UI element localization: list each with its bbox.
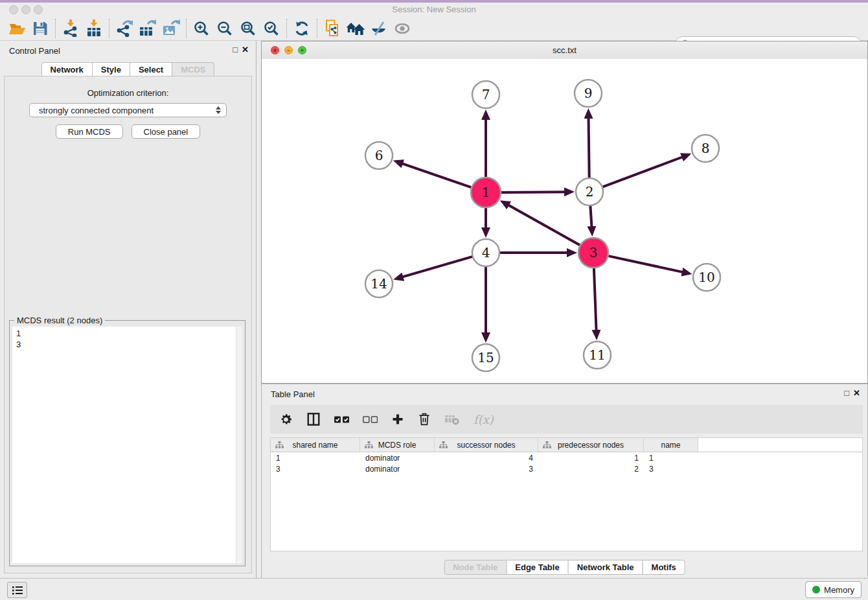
table-row[interactable]: 3 dominator 3 2 3	[271, 463, 862, 474]
graph-edge-3-10[interactable]	[609, 256, 683, 272]
float-table-panel-icon[interactable]: □	[844, 389, 849, 398]
table-panel: Table Panel □ ✕	[261, 384, 868, 579]
import-network-button[interactable]	[59, 18, 82, 39]
tab-motifs[interactable]: Motifs	[643, 560, 685, 575]
cell-predecessor-nodes[interactable]: 1	[538, 454, 644, 463]
memory-button[interactable]: Memory	[805, 581, 862, 598]
cell-mcds-role[interactable]: dominator	[360, 454, 435, 463]
export-image-icon	[162, 19, 180, 37]
criterion-select[interactable]: strongly connected component	[29, 103, 227, 117]
cell-mcds-role[interactable]: dominator	[360, 465, 435, 474]
column-header-predecessor-nodes[interactable]: predecessor nodes	[538, 438, 644, 452]
cell-name[interactable]: 1	[644, 454, 698, 463]
mcds-result-lines: 13	[16, 328, 21, 350]
show-panels-button[interactable]	[7, 582, 27, 598]
select-all-checks-button[interactable]	[334, 411, 349, 428]
hide-graphics-button[interactable]	[367, 18, 391, 39]
control-panel-tabs: Network Style Select MCDS	[0, 62, 256, 77]
run-mcds-button[interactable]: Run MCDS	[56, 124, 123, 139]
network-canvas[interactable]: 7968124314101511	[262, 59, 867, 383]
window-zoom-button[interactable]	[34, 5, 43, 14]
network-graph[interactable]: 7968124314101511	[262, 59, 867, 383]
graph-node-label-14: 14	[371, 276, 387, 292]
graph-edge-3-11[interactable]	[594, 268, 597, 331]
tab-network-table[interactable]: Network Table	[568, 560, 643, 575]
cell-successor-nodes[interactable]: 3	[435, 465, 538, 474]
import-table-button[interactable]	[82, 18, 106, 39]
network-window-titlebar[interactable]: × − + scc.txt	[262, 41, 867, 60]
graph-node-label-8: 8	[702, 141, 710, 156]
zoom-selected-button[interactable]	[260, 18, 283, 39]
mcds-result-title: MCDS result (2 nodes)	[14, 316, 105, 325]
close-table-panel-icon[interactable]: ✕	[853, 389, 860, 398]
network-maximize-button[interactable]: +	[298, 46, 306, 54]
column-settings-button[interactable]	[279, 411, 293, 428]
toolbar-separator	[286, 19, 287, 38]
memory-status-icon	[812, 586, 820, 594]
graph-edge-4-14[interactable]	[402, 257, 472, 277]
control-panel: Control Panel □ ✕ Network Style Select M…	[0, 41, 257, 579]
tab-node-table[interactable]: Node Table	[444, 560, 507, 575]
column-header-mcds-role[interactable]: MCDS role	[360, 438, 435, 452]
graph-edge-1-6[interactable]	[402, 163, 471, 187]
clone-network-button[interactable]	[321, 18, 344, 39]
delete-table-button[interactable]	[444, 411, 460, 428]
export-image-button[interactable]	[159, 18, 183, 39]
open-session-button[interactable]	[5, 18, 29, 39]
cell-name[interactable]: 3	[644, 465, 698, 474]
network-minimize-button[interactable]: −	[284, 46, 293, 54]
cell-shared-name[interactable]: 1	[271, 454, 360, 463]
network-close-button[interactable]: ×	[271, 46, 279, 54]
apply-function-button[interactable]: f(x)	[474, 411, 494, 428]
mcds-buttons-row: Run MCDS Close panel	[5, 124, 251, 139]
column-header-shared-name[interactable]: shared name	[271, 438, 360, 452]
export-table-button[interactable]	[136, 18, 159, 39]
graph-edge-3-1[interactable]	[508, 205, 580, 245]
node-table: shared name MCDS role successor nodes pr…	[270, 437, 863, 551]
zoom-in-button[interactable]	[190, 18, 213, 39]
close-panel-icon[interactable]: ✕	[242, 45, 249, 54]
gear-icon	[279, 413, 293, 426]
add-column-button[interactable]	[391, 411, 404, 428]
table-toolbar: f(x)	[270, 405, 863, 433]
export-network-button[interactable]	[113, 18, 136, 39]
mcds-result-textarea[interactable]: 13	[12, 327, 242, 563]
refresh-layout-button[interactable]	[290, 18, 314, 39]
tab-edge-table[interactable]: Edge Table	[506, 560, 568, 575]
first-neighbors-button[interactable]	[344, 18, 367, 39]
close-panel-button[interactable]: Close panel	[131, 124, 201, 139]
show-graphics-button[interactable]	[391, 18, 414, 39]
graph-edge-2-8[interactable]	[603, 157, 683, 187]
graph-node-label-15: 15	[477, 350, 494, 365]
graph-node-label-3: 3	[589, 245, 598, 260]
tab-select[interactable]: Select	[130, 62, 172, 77]
zoom-fit-button[interactable]	[236, 18, 260, 39]
graph-edge-1-2[interactable]	[501, 192, 565, 192]
status-bar: Memory	[0, 578, 868, 600]
mcds-panel-body: Optimization criterion: strongly connect…	[4, 76, 252, 573]
zoom-out-button[interactable]	[213, 18, 236, 39]
graph-edge-2-9[interactable]	[589, 117, 589, 178]
cell-shared-name[interactable]: 3	[271, 465, 360, 474]
column-header-name[interactable]: name	[644, 438, 698, 452]
tab-style[interactable]: Style	[92, 62, 130, 77]
cell-successor-nodes[interactable]: 4	[435, 454, 538, 463]
graph-edge-2-3[interactable]	[590, 206, 591, 227]
window-close-button[interactable]	[9, 5, 18, 14]
clear-all-checks-button[interactable]	[363, 411, 378, 428]
window-minimize-button[interactable]	[21, 5, 30, 14]
attribute-tree-icon	[365, 441, 373, 448]
graph-node-label-10: 10	[698, 270, 714, 285]
toolbar-separator	[186, 19, 187, 38]
result-scrollbar[interactable]	[236, 327, 242, 563]
split-view-button[interactable]	[306, 411, 321, 428]
column-header-successor-nodes[interactable]: successor nodes	[435, 438, 538, 452]
tab-mcds[interactable]: MCDS	[172, 62, 214, 77]
table-row[interactable]: 1 dominator 4 1 1	[271, 452, 862, 463]
cell-predecessor-nodes[interactable]: 2	[538, 465, 644, 474]
float-panel-icon[interactable]: □	[233, 45, 238, 54]
delete-column-button[interactable]	[418, 411, 431, 428]
graph-node-label-11: 11	[589, 347, 605, 363]
tab-network[interactable]: Network	[41, 62, 93, 77]
save-session-button[interactable]	[29, 18, 52, 39]
